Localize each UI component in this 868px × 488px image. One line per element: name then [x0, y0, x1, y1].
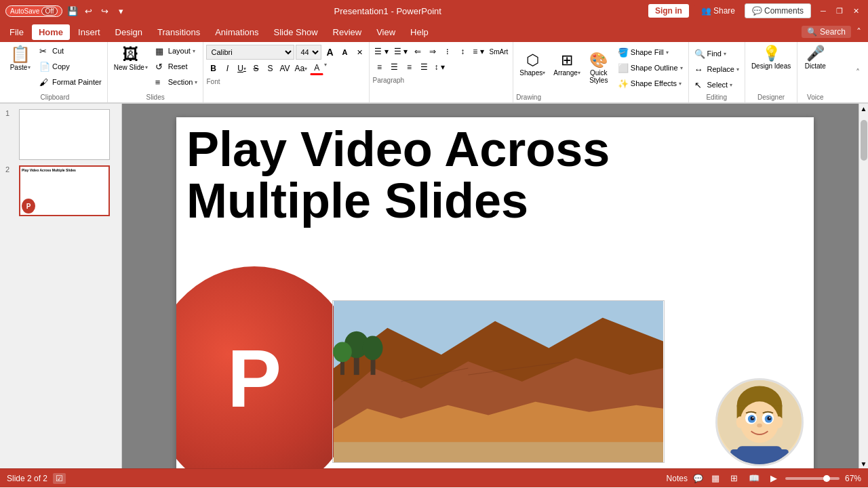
status-right: Notes 💬 ▦ ⊞ 📖 ▶ 67%: [667, 472, 861, 485]
change-case-button[interactable]: Aa ▾: [293, 62, 310, 75]
scroll-up-button[interactable]: ▲: [859, 104, 869, 113]
restore-button[interactable]: ❐: [833, 4, 846, 18]
shape-fill-button[interactable]: 🪣 Shape Fill ▾: [615, 45, 686, 60]
slide-landscape-image[interactable]: [332, 300, 665, 463]
menu-slideshow[interactable]: Slide Show: [267, 24, 324, 40]
line-spacing-button[interactable]: ↕ ▾: [432, 60, 446, 74]
slide-2-thumbnail[interactable]: Play Video Across Multiple Slides P: [19, 165, 110, 216]
new-slide-button[interactable]: 🖼 New Slide ▾: [111, 43, 151, 73]
shadow-button[interactable]: S: [263, 62, 277, 75]
italic-button[interactable]: I: [220, 62, 234, 75]
strikethrough-button[interactable]: S: [249, 62, 262, 75]
reading-view-button[interactable]: 📖: [746, 472, 762, 485]
slide-thumb-1[interactable]: 1: [5, 109, 116, 160]
shapes-label: Shapes: [519, 69, 542, 77]
find-button[interactable]: 🔍 Find ▾: [692, 46, 742, 61]
char-spacing-button[interactable]: AV: [277, 62, 292, 75]
menu-review[interactable]: Review: [326, 24, 369, 40]
quick-styles-button[interactable]: 🎨 Quick Styles: [585, 50, 612, 85]
menu-animations[interactable]: Animations: [208, 24, 265, 40]
menu-view[interactable]: View: [370, 24, 402, 40]
zoom-thumb[interactable]: [823, 475, 830, 482]
underline-button[interactable]: U ▾: [235, 62, 248, 75]
normal-view-button[interactable]: ▦: [709, 472, 722, 485]
close-button[interactable]: ✕: [849, 4, 863, 18]
collapse-icon[interactable]: ˄: [856, 68, 860, 77]
copy-button[interactable]: 📄 Copy: [37, 59, 104, 74]
dictate-button[interactable]: 🎤 Dictate: [800, 43, 830, 71]
text-direction-button[interactable]: ↕: [456, 45, 469, 58]
format-painter-label: Format Painter: [52, 78, 102, 86]
thumb-p-letter: P: [26, 203, 31, 210]
font-shrink-button[interactable]: A: [338, 45, 351, 59]
bold-button[interactable]: B: [206, 62, 220, 75]
collapse-ribbon-icon[interactable]: ˄: [852, 26, 865, 37]
clipboard-label: Clipboard: [5, 92, 104, 102]
font-name-select[interactable]: Calibri: [206, 45, 294, 60]
slide-1-thumbnail[interactable]: [19, 109, 110, 160]
increase-indent-button[interactable]: ⇒: [426, 45, 439, 58]
notes-button[interactable]: Notes: [667, 474, 688, 483]
redo-icon[interactable]: ↪: [99, 5, 111, 17]
menu-design[interactable]: Design: [108, 24, 149, 40]
align-right-button[interactable]: ≡: [402, 60, 416, 74]
cut-button[interactable]: ✂ Cut: [37, 43, 104, 58]
presenter-view-button[interactable]: ▶: [768, 472, 780, 485]
search-icon: 🔍: [807, 27, 817, 37]
minimize-button[interactable]: ─: [816, 4, 830, 18]
justify-button[interactable]: ☰: [417, 60, 431, 74]
share-button[interactable]: 👥 Share: [694, 4, 742, 18]
autosave-toggle[interactable]: AutoSave Off: [5, 5, 62, 17]
align-text-button[interactable]: ≡ ▾: [471, 45, 486, 58]
ribbon-group-drawing: ⬡ Shapes ▾ ⊞ Arrange ▾: [513, 42, 688, 102]
menu-file[interactable]: File: [3, 24, 31, 40]
sign-in-button[interactable]: Sign in: [648, 4, 689, 18]
paste-button[interactable]: 📋 Paste ▾: [5, 43, 35, 73]
comments-button[interactable]: 💬 Comments: [745, 3, 811, 18]
slide-title-line2: Multiple Slides: [186, 174, 528, 228]
menu-help[interactable]: Help: [403, 24, 435, 40]
ribbon-search[interactable]: 🔍 Search: [802, 26, 851, 38]
reset-button[interactable]: ↺ Reset: [153, 59, 201, 74]
shape-outline-button[interactable]: ⬜ Shape Outline ▾: [615, 60, 686, 75]
zoom-slider[interactable]: [785, 477, 840, 480]
font-grow-button[interactable]: A: [323, 45, 336, 59]
align-left-button[interactable]: ≡: [372, 60, 386, 74]
slide-avatar: [715, 378, 804, 466]
clear-format-button[interactable]: ✕: [353, 45, 366, 59]
scroll-thumb[interactable]: [861, 120, 867, 161]
font-color-button[interactable]: A: [310, 62, 323, 75]
slide-title[interactable]: Play Video Across Multiple Slides: [186, 124, 804, 226]
undo-icon[interactable]: ↩: [83, 5, 95, 17]
menu-transitions[interactable]: Transitions: [151, 24, 207, 40]
menu-home[interactable]: Home: [32, 24, 70, 40]
bullets-button[interactable]: ☰ ▾: [372, 45, 390, 58]
more-icon[interactable]: ▾: [115, 5, 127, 17]
columns-button[interactable]: ⫶: [441, 45, 454, 58]
convert-smartart-button[interactable]: SmArt: [488, 45, 511, 58]
quick-styles-label: Quick: [590, 69, 608, 77]
slide-canvas[interactable]: Play Video Across Multiple Slides P: [176, 117, 814, 468]
align-center-button[interactable]: ☰: [387, 60, 401, 74]
accessibility-check[interactable]: ☑: [53, 473, 66, 484]
shape-effects-button[interactable]: ✨ Shape Effects ▾: [615, 76, 686, 91]
numbered-button[interactable]: ☰ ▾: [392, 45, 410, 58]
slide-thumb-2[interactable]: 2 Play Video Across Multiple Slides P: [5, 165, 116, 216]
find-icon: 🔍: [694, 49, 705, 59]
copy-icon: 📄: [39, 62, 50, 72]
layout-button[interactable]: ▦ Layout ▾: [153, 43, 201, 58]
format-painter-button[interactable]: 🖌 Format Painter: [37, 75, 104, 89]
section-button[interactable]: ≡ Section ▾: [153, 75, 201, 89]
design-ideas-button[interactable]: 💡 Design Ideas: [748, 43, 794, 71]
comment-view-icon[interactable]: 💬: [693, 474, 703, 483]
font-size-select[interactable]: 44: [296, 45, 321, 60]
shapes-button[interactable]: ⬡ Shapes ▾: [516, 50, 549, 85]
select-button[interactable]: ↖ Select ▾: [692, 77, 742, 92]
replace-button[interactable]: ↔ Replace ▾: [692, 62, 742, 77]
decrease-indent-button[interactable]: ⇐: [411, 45, 425, 58]
scroll-down-button[interactable]: ▼: [859, 459, 869, 468]
arrange-button[interactable]: ⊞ Arrange ▾: [550, 50, 584, 85]
slide-sorter-button[interactable]: ⊞: [728, 472, 741, 485]
menu-insert[interactable]: Insert: [71, 24, 107, 40]
save-icon[interactable]: 💾: [66, 5, 79, 17]
